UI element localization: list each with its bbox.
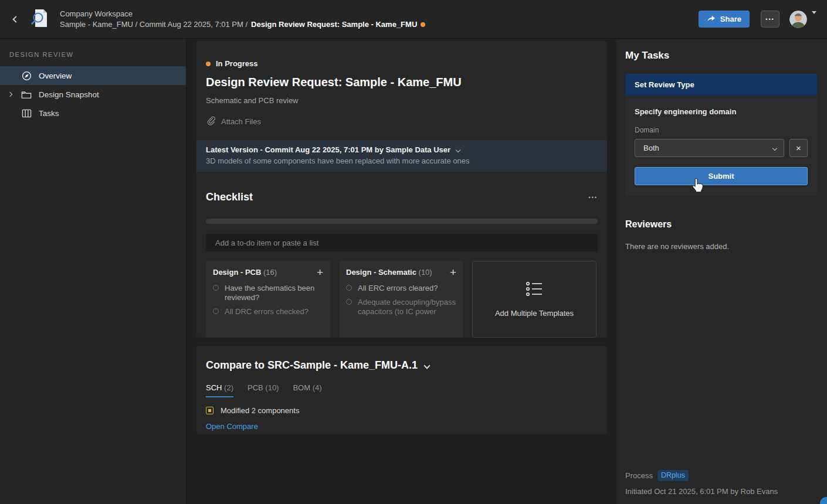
attach-files-button[interactable]: Attach Files <box>206 115 598 128</box>
submit-button[interactable]: Submit <box>635 167 808 185</box>
checkbox-icon <box>346 285 352 291</box>
template-count: (10) <box>419 268 432 277</box>
breadcrumb-path[interactable]: Sample - Kame_FMU / Commit Aug 22 2025, … <box>60 19 248 30</box>
list-template-icon <box>526 281 543 299</box>
open-compare-link[interactable]: Open Compare <box>206 422 258 431</box>
review-overview-card: In Progress Design Review Request: Sampl… <box>196 41 607 338</box>
process-badge[interactable]: DRplus <box>657 470 689 481</box>
sidebar-item-label: Tasks <box>39 109 59 118</box>
workspace-name[interactable]: Company Workspace <box>60 9 425 19</box>
checklist-item: All ERC errors cleared? <box>358 284 438 293</box>
user-avatar[interactable] <box>789 11 807 28</box>
chevron-down-icon <box>812 11 816 24</box>
modified-text: Modified 2 components <box>221 406 299 415</box>
status-dot <box>206 62 211 66</box>
checkbox-icon <box>213 285 219 291</box>
more-options-button[interactable]: ••• <box>761 11 779 28</box>
template-name: Design - PCB <box>213 268 261 277</box>
tab-pcb[interactable]: PCB (10) <box>248 383 279 397</box>
sidebar-item-tasks[interactable]: Tasks <box>0 104 186 122</box>
todo-input[interactable] <box>206 234 598 251</box>
task-card-header: Set Review Type <box>625 74 817 96</box>
sidebar-item-design-snapshot[interactable]: Design Snapshot <box>0 85 186 104</box>
checklist-heading: Checklist <box>206 191 253 203</box>
process-label: Process <box>625 471 653 480</box>
more-icon: ••• <box>765 16 774 22</box>
sidebar-item-label: Design Snapshot <box>39 90 99 99</box>
tab-sch[interactable]: SCH (2) <box>206 383 233 397</box>
app-header: Company Workspace Sample - Kame_FMU / Co… <box>0 0 827 39</box>
template-name: Design - Schematic <box>346 268 416 277</box>
modified-icon <box>206 407 213 414</box>
breadcrumb-current: Design Review Request: Sample - Kame_FMU <box>251 19 417 30</box>
my-tasks-heading: My Tasks <box>616 39 827 62</box>
page-subtitle: Schematic and PCB review <box>196 96 607 105</box>
reviewers-heading: Reviewers <box>616 196 827 230</box>
chevron-down-icon <box>423 362 430 369</box>
set-review-type-card: Set Review Type Specify engineering doma… <box>625 74 817 196</box>
version-banner: Latest Version - Commit Aug 22 2025, 7:0… <box>196 140 607 172</box>
domain-select-value: Both <box>643 144 659 152</box>
add-template-icon[interactable]: + <box>317 268 323 277</box>
add-template-icon[interactable]: + <box>450 268 456 277</box>
breadcrumb: Sample - Kame_FMU / Commit Aug 22 2025, … <box>60 19 425 30</box>
template-count: (16) <box>263 268 277 277</box>
checklist-item: Have the schematics been reviewed? <box>225 284 323 302</box>
my-tasks-panel: My Tasks Set Review Type Specify enginee… <box>616 39 827 504</box>
user-menu-caret[interactable] <box>812 14 816 25</box>
tab-bom[interactable]: BOM (4) <box>293 383 321 397</box>
compass-icon <box>19 71 33 81</box>
task-prompt: Specify engineering domain <box>635 107 808 116</box>
expand-chevron-icon[interactable] <box>0 93 19 96</box>
add-multiple-templates-button[interactable]: Add Multiple Templates <box>472 261 596 338</box>
clear-domain-button[interactable]: × <box>789 139 808 157</box>
checklist-progress-bar <box>206 219 598 224</box>
tab-label: PCB <box>248 383 263 392</box>
unsaved-status-dot <box>421 22 425 27</box>
share-button[interactable]: Share <box>699 11 750 28</box>
checklist-menu-button[interactable]: ••• <box>589 195 598 200</box>
modified-summary: Modified 2 components <box>196 406 607 415</box>
fade-overlay <box>339 319 463 338</box>
sidebar-item-overview[interactable]: Overview <box>0 66 186 85</box>
compare-tabs: SCH (2) PCB (10) BOM (4) <box>196 383 607 397</box>
checklist-template-pcb[interactable]: Design - PCB (16) + Have the schematics … <box>206 261 330 338</box>
checklist-item: Adequate decoupling/bypass capacitors (t… <box>358 298 456 316</box>
close-icon: × <box>796 143 801 153</box>
tab-label: SCH <box>206 383 222 392</box>
version-selector[interactable]: Latest Version - Commit Aug 22 2025, 7:0… <box>206 145 598 154</box>
add-multiple-templates-label: Add Multiple Templates <box>495 309 574 318</box>
share-icon <box>707 14 716 24</box>
folder-icon <box>19 90 33 99</box>
status-badge: In Progress <box>216 59 258 68</box>
sidebar-section-label: DESIGN REVIEW <box>9 51 186 58</box>
version-description: 3D models of some components have been r… <box>206 156 598 165</box>
initiated-text: Initiated Oct 21 2025, 6:01 PM by Rob Ev… <box>625 487 778 496</box>
chevron-down-icon <box>456 147 460 152</box>
page-title: Design Review Request: Sample - Kame_FMU <box>196 76 607 89</box>
back-button[interactable] <box>6 9 26 29</box>
design-review-logo-icon <box>30 8 50 31</box>
sidebar: DESIGN REVIEW Overview Design Snapshot <box>0 39 187 504</box>
domain-select[interactable]: Both <box>635 139 784 157</box>
tab-count: (2) <box>224 383 233 392</box>
sidebar-item-label: Overview <box>39 71 72 80</box>
status-row: In Progress <box>196 41 607 68</box>
chevron-down-icon <box>772 145 777 150</box>
attach-files-label: Attach Files <box>221 117 261 126</box>
checkbox-icon <box>213 308 219 314</box>
checklist-item: All DRC errors checked? <box>225 307 309 316</box>
compare-heading: Compare to SRC-Sample - Kame_FMU-A.1 <box>206 359 418 372</box>
content-area: In Progress Design Review Request: Sampl… <box>187 39 616 504</box>
paperclip-icon <box>206 115 216 128</box>
compare-version-selector[interactable]: Compare to SRC-Sample - Kame_FMU-A.1 <box>196 346 607 372</box>
checkbox-icon <box>346 299 352 305</box>
chat-bubble-corner[interactable] <box>820 497 827 504</box>
share-label: Share <box>720 15 741 23</box>
tab-label: BOM <box>293 383 310 392</box>
compare-card: Compare to SRC-Sample - Kame_FMU-A.1 SCH… <box>196 346 607 434</box>
tab-count: (10) <box>265 383 279 392</box>
version-title: Latest Version - Commit Aug 22 2025, 7:0… <box>206 145 450 154</box>
reviewers-empty-text: There are no reviewers added. <box>616 230 827 251</box>
checklist-template-schematic[interactable]: Design - Schematic (10) + All ERC errors… <box>339 261 463 338</box>
